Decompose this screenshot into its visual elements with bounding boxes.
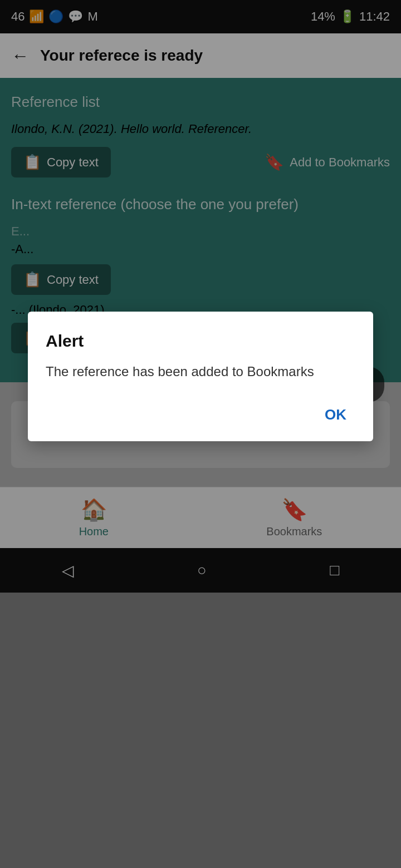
page-wrapper: 46 📶 🔵 💬 M 14% 🔋 11:42 ← Your referece i… — [0, 0, 401, 593]
alert-dialog: Alert The reference has been added to Bo… — [28, 312, 373, 441]
alert-ok-button[interactable]: OK — [316, 402, 355, 428]
alert-actions: OK — [46, 402, 355, 428]
alert-message: The reference has been added to Bookmark… — [46, 362, 355, 382]
alert-title: Alert — [46, 332, 355, 351]
modal-overlay: Alert The reference has been added to Bo… — [0, 0, 401, 868]
